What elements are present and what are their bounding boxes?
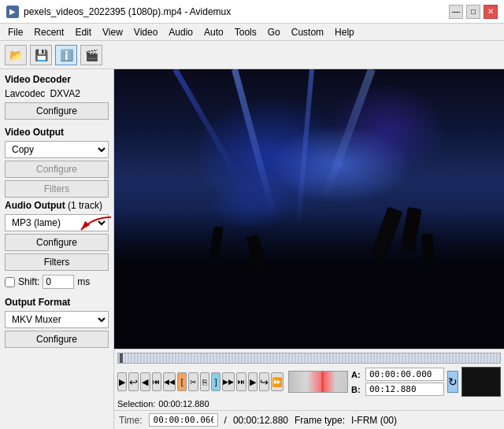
shift-input[interactable] [43, 275, 74, 289]
timeline-fill [118, 353, 500, 363]
frame-type-value: I-FRM (00) [351, 415, 397, 426]
output-format-dropdown[interactable]: MKV Muxer MP4 Muxer AVI Muxer [5, 311, 109, 328]
menu-edit[interactable]: Edit [70, 25, 96, 39]
b-timecode[interactable] [365, 383, 444, 396]
shift-label: Shift: [18, 276, 39, 287]
video-preview [114, 69, 504, 349]
main-content: Video Decoder Lavcodec DXVA2 Configure V… [0, 69, 504, 429]
goto-end-button[interactable]: ⏩ [271, 372, 284, 391]
time-status-label: Time: [119, 415, 143, 426]
save-button[interactable]: 💾 [30, 45, 52, 65]
forward-1s-button[interactable]: ▶▶ [222, 372, 235, 391]
menu-video[interactable]: Video [129, 25, 162, 39]
selection-label: Selection: [117, 399, 155, 409]
titlebar-left: ▶ pexels_videos_2022395 (1080p).mp4 - Av… [6, 6, 231, 18]
video-output-title: Video Output [5, 127, 109, 138]
output-format-title: Output Format [5, 297, 109, 308]
video-decoder-title: Video Decoder [5, 74, 109, 85]
timecodes-panel: A: B: [351, 368, 444, 396]
waveform-gradient [289, 372, 347, 392]
maximize-button[interactable]: □ [466, 5, 480, 19]
a-timecode[interactable] [365, 368, 444, 381]
window-title: pexels_videos_2022395 (1080p).mp4 - Avid… [24, 6, 231, 17]
frame-type-label: Frame type: [295, 415, 345, 426]
audio-output-title: Audio Output (1 track) [5, 200, 109, 211]
lavcodec-row: Lavcodec DXVA2 [5, 88, 109, 99]
cut-segment-button[interactable]: ✂ [188, 372, 198, 391]
timecode-b-row: B: [351, 383, 444, 396]
status-bar: Time: / 00:00:12.880 Frame type: I-FRM (… [114, 410, 504, 429]
video-output-dropdown[interactable]: Copy Mpeg4 ASP (lavc) x264 x265 [5, 141, 109, 158]
mark-start-button[interactable]: [ [177, 372, 187, 391]
shift-checkbox[interactable] [5, 277, 15, 287]
menu-go[interactable]: Go [263, 25, 285, 39]
timeline-handle [120, 353, 123, 363]
open-button[interactable]: 📂 [5, 45, 27, 65]
duration-separator: / [224, 415, 227, 426]
a-label: A: [351, 370, 362, 379]
selection-value: 00:00:12.880 [158, 399, 209, 409]
audio-output-configure-button[interactable]: Configure [5, 234, 109, 251]
menubar: File Recent Edit View Video Audio Auto T… [0, 24, 504, 41]
audio-output-filters-button[interactable]: Filters [5, 253, 109, 271]
prev-frame-button[interactable]: ◀ [140, 372, 150, 391]
app-icon: ▶ [6, 6, 19, 18]
menu-recent[interactable]: Recent [29, 25, 69, 39]
shift-unit: ms [77, 276, 90, 287]
b-label: B: [351, 385, 362, 394]
menu-view[interactable]: View [98, 25, 128, 39]
paste-button[interactable]: ⎘ [200, 372, 209, 391]
video-decoder-configure-button[interactable]: Configure [5, 102, 109, 120]
menu-file[interactable]: File [3, 25, 28, 39]
timecode-a-row: A: [351, 368, 444, 381]
window-controls: — □ ✕ [449, 5, 498, 19]
crowd-base [114, 209, 504, 349]
duration-display: 00:00:12.880 [233, 415, 288, 426]
bottom-area: ▶ ↩ ◀ ⏮ ◀◀ [ ✂ ⎘ ] ▶▶ ⏭ ▶ ↪ ⏩ [114, 349, 504, 429]
left-panel: Video Decoder Lavcodec DXVA2 Configure V… [0, 69, 114, 429]
thumbnail-preview [461, 367, 501, 397]
menu-help[interactable]: Help [330, 25, 359, 39]
menu-auto[interactable]: Auto [199, 25, 228, 39]
timeline-bar[interactable] [117, 353, 501, 364]
forward-10s-button[interactable]: ⏭ [236, 372, 246, 391]
properties-button[interactable]: 🎬 [80, 45, 102, 65]
back-1s-button[interactable]: ◀◀ [163, 372, 176, 391]
selection-row: Selection: 00:00:12.880 [114, 398, 504, 410]
mark-end-button[interactable]: ] [211, 372, 220, 391]
play-button[interactable]: ▶ [117, 372, 127, 391]
current-time-display[interactable] [149, 413, 218, 427]
menu-custom[interactable]: Custom [287, 25, 328, 39]
menu-audio[interactable]: Audio [164, 25, 198, 39]
shift-row: Shift: ms [5, 275, 109, 289]
menu-tools[interactable]: Tools [230, 25, 261, 39]
right-panel: ▶ ↩ ◀ ⏮ ◀◀ [ ✂ ⎘ ] ▶▶ ⏭ ▶ ↪ ⏩ [114, 69, 504, 429]
controls-area: ▶ ↩ ◀ ⏮ ◀◀ [ ✂ ⎘ ] ▶▶ ⏭ ▶ ↪ ⏩ [114, 365, 504, 398]
scroll-to-button[interactable]: ↻ [447, 371, 458, 393]
video-output-configure-button[interactable]: Configure [5, 161, 109, 178]
info-button[interactable]: ℹ️ [55, 45, 77, 65]
lavcodec-label: Lavcodec [5, 88, 45, 99]
output-format-configure-button[interactable]: Configure [5, 331, 109, 348]
back-10s-button[interactable]: ⏮ [152, 372, 161, 391]
waveform-display [288, 371, 348, 393]
video-output-filters-button[interactable]: Filters [5, 180, 109, 198]
close-button[interactable]: ✕ [484, 5, 498, 19]
fast-forward-button[interactable]: ↪ [259, 372, 269, 391]
audio-output-dropdown[interactable]: MP3 (lame) AAC (faac) Vorbis Copy [5, 214, 109, 231]
toolbar: 📂 💾 ℹ️ 🎬 [0, 41, 504, 69]
next-frame-button[interactable]: ▶ [248, 372, 258, 391]
waveform-position [321, 372, 324, 392]
rewind-button[interactable]: ↩ [128, 372, 139, 391]
ambient-1 [212, 181, 291, 228]
video-scene [114, 69, 504, 349]
dxva2-value: DXVA2 [50, 88, 80, 99]
titlebar: ▶ pexels_videos_2022395 (1080p).mp4 - Av… [0, 0, 504, 24]
minimize-button[interactable]: — [449, 5, 463, 19]
